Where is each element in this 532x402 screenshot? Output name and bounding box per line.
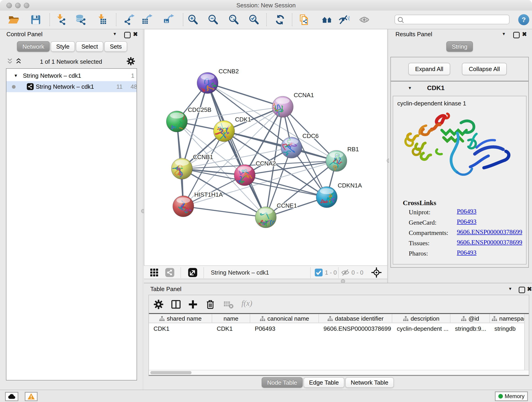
network-node-RB1[interactable]: RB1 xyxy=(326,146,359,175)
expand-all-button[interactable]: Expand All xyxy=(408,63,450,75)
zoom-fit-content-icon[interactable] xyxy=(228,14,239,25)
network-tree-row[interactable]: ▼String Network – cdk11 xyxy=(6,70,137,81)
table-delete-icon[interactable] xyxy=(205,299,216,310)
network-node-CDK1[interactable]: CDK1 xyxy=(214,116,251,142)
network-node-CCNB2[interactable]: CCNB2 xyxy=(197,68,239,94)
tab-network-table[interactable]: Network Table xyxy=(345,377,394,388)
network-node-CCNA1[interactable]: CCNA1 xyxy=(270,92,314,119)
tab-network[interactable]: Network xyxy=(17,41,50,52)
table-panel-float-icon[interactable] xyxy=(519,287,525,295)
table-panel-menu-icon[interactable]: ▼ xyxy=(508,287,512,291)
first-neighbors-icon[interactable] xyxy=(322,14,333,25)
cloud-status-button[interactable] xyxy=(5,392,18,401)
column-header-name[interactable]: name xyxy=(212,314,250,323)
expand-all-icon[interactable] xyxy=(15,57,22,67)
control-panel-menu-icon[interactable]: ▼ xyxy=(113,32,117,36)
network-node-CCNE1[interactable]: CCNE1 xyxy=(255,202,297,228)
help-button[interactable]: ? xyxy=(518,14,529,25)
memory-button[interactable]: Memory xyxy=(495,391,528,401)
export-table-icon[interactable] xyxy=(142,14,152,25)
network-node-CCNB1[interactable]: CCNB1 xyxy=(171,153,213,179)
section-collapse-icon[interactable]: ▼ xyxy=(408,86,412,90)
table-widget: f(x) CDK1CDK1P064939606.ENSP00000378699c… xyxy=(148,295,529,376)
table-cell[interactable]: stringdb:9... xyxy=(455,324,489,333)
network-options-gear-icon[interactable] xyxy=(127,57,135,67)
control-panel-float-icon[interactable] xyxy=(124,32,131,40)
crosslink-value-link[interactable]: 9606.ENSP00000378699 xyxy=(457,228,522,236)
column-header-canonical-name[interactable]: canonical name xyxy=(250,314,319,323)
results-panel-menu-icon[interactable]: ▼ xyxy=(502,32,506,36)
selected-checkbox[interactable] xyxy=(315,269,323,276)
table-cell[interactable]: P06493 xyxy=(255,324,318,333)
network-node-CDC25B[interactable]: CDC25B xyxy=(166,106,211,135)
crosslink-label: Pharos: xyxy=(409,250,428,257)
detach-view-icon[interactable] xyxy=(188,268,197,279)
column-header-database-identifier[interactable]: database identifier xyxy=(319,314,392,323)
tab-sets[interactable]: Sets xyxy=(104,41,127,52)
tab-select[interactable]: Select xyxy=(76,41,103,52)
crosslink-value-link[interactable]: 9606.ENSP00000378699 xyxy=(457,239,522,246)
refresh-style-icon[interactable] xyxy=(274,14,285,25)
table-cell[interactable]: 9606.ENSP00000378699 xyxy=(323,324,391,333)
import-network-from-file-icon[interactable] xyxy=(55,14,66,25)
grid-view-icon[interactable] xyxy=(149,268,159,279)
table-cell[interactable]: CDK1 xyxy=(217,324,249,333)
vertical-splitter-left[interactable] xyxy=(142,29,144,390)
collapse-all-button[interactable]: Collapse All xyxy=(462,63,507,75)
table-vertical-scrollbar[interactable] xyxy=(524,314,529,371)
table-cell[interactable]: CDK1 xyxy=(153,324,211,333)
results-tab-string[interactable]: String xyxy=(446,41,473,52)
column-header-shared-name[interactable]: shared name xyxy=(149,314,212,323)
network-thumbnail-icon[interactable] xyxy=(165,268,175,279)
tab-style[interactable]: Style xyxy=(51,41,75,52)
network-tree-row[interactable]: String Network – cdk11148 xyxy=(6,81,137,92)
table-delete-table-icon[interactable] xyxy=(224,299,234,310)
column-header-namespac[interactable]: namespac xyxy=(490,314,529,323)
results-panel-float-icon[interactable] xyxy=(513,32,520,40)
hidden-eye-icon[interactable] xyxy=(341,268,350,279)
column-header-@id[interactable]: @id xyxy=(450,314,490,323)
network-edge[interactable] xyxy=(183,206,266,217)
zoom-in-icon[interactable] xyxy=(187,14,198,25)
table-columns-icon[interactable] xyxy=(171,299,182,310)
hide-selected-icon[interactable] xyxy=(339,14,350,25)
crosslink-value-link[interactable]: P06493 xyxy=(457,208,476,215)
crosslink-value-link[interactable]: P06493 xyxy=(457,218,476,225)
collapse-all-icon[interactable] xyxy=(6,57,14,67)
zoom-selected-icon[interactable] xyxy=(248,14,259,25)
status-bar: Memory xyxy=(0,390,532,402)
crosslink-row: GeneCard:P06493 xyxy=(409,218,523,226)
import-network-from-database-icon[interactable] xyxy=(75,14,86,25)
clone-network-icon[interactable] xyxy=(299,14,310,25)
tab-node-table[interactable]: Node Table xyxy=(262,377,303,388)
control-panel-close-icon[interactable]: ✖ xyxy=(133,31,138,38)
table-gear-icon[interactable] xyxy=(153,299,165,310)
results-panel-close-icon[interactable]: ✖ xyxy=(522,31,527,38)
network-canvas[interactable]: CCNB2CCNA1CDC25BCDK1CDC6RB1CCNB1CCNA2CDK… xyxy=(144,29,388,265)
table-function-icon[interactable]: f(x) xyxy=(241,299,253,310)
table-add-icon[interactable] xyxy=(188,299,199,310)
zoom-out-icon[interactable] xyxy=(208,14,219,25)
node-label-CCNE1: CCNE1 xyxy=(277,202,297,209)
save-session-icon[interactable] xyxy=(30,14,41,25)
table-cell[interactable]: cyclin-dependent ... xyxy=(397,324,450,333)
table-horizontal-scrollbar[interactable] xyxy=(149,370,529,375)
birdseye-icon[interactable] xyxy=(371,267,382,280)
tab-edge-table[interactable]: Edge Table xyxy=(304,377,344,388)
node-label-CDC25B: CDC25B xyxy=(188,106,211,113)
network-node-CDKN1A[interactable]: CDKN1A xyxy=(316,182,362,208)
network-edge[interactable] xyxy=(208,83,283,107)
export-image-icon[interactable] xyxy=(163,14,174,25)
crosslink-value-link[interactable]: P06493 xyxy=(457,249,476,256)
import-table-icon[interactable] xyxy=(96,14,107,25)
export-network-icon[interactable] xyxy=(124,14,135,25)
table-cell[interactable]: stringdb xyxy=(494,324,528,333)
column-header-description[interactable]: description xyxy=(392,314,450,323)
open-file-icon[interactable] xyxy=(8,14,19,25)
search-input[interactable] xyxy=(394,15,510,24)
warnings-button[interactable] xyxy=(25,392,38,401)
table-panel-close-icon[interactable]: ✖ xyxy=(527,286,532,293)
show-all-eye-icon[interactable] xyxy=(359,14,370,25)
network-node-HIST1H1A[interactable]: HIST1H1A xyxy=(173,191,223,217)
horizontal-splitter[interactable] xyxy=(144,279,387,283)
